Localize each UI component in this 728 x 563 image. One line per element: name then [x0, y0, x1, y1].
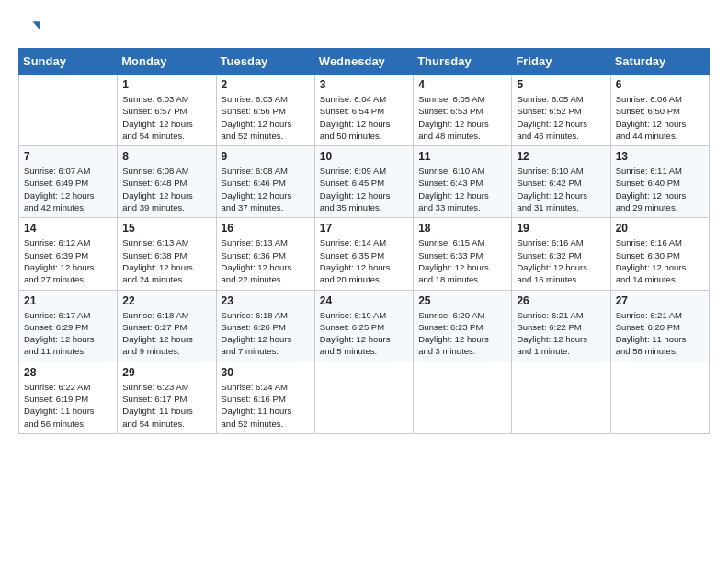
day-header-sunday: Sunday	[19, 49, 118, 75]
day-header-tuesday: Tuesday	[216, 49, 314, 75]
day-number: 30	[222, 366, 310, 379]
day-number: 3	[320, 78, 408, 91]
logo-icon	[18, 17, 40, 39]
day-number: 24	[320, 294, 408, 307]
day-number: 22	[122, 294, 210, 307]
page: SundayMondayTuesdayWednesdayThursdayFrid…	[0, 0, 728, 563]
calendar-cell: 4Sunrise: 6:05 AMSunset: 6:53 PMDaylight…	[414, 75, 512, 146]
day-number: 27	[616, 294, 704, 307]
calendar-cell	[512, 362, 610, 433]
calendar-cell	[610, 362, 709, 433]
day-info: Sunrise: 6:12 AMSunset: 6:39 PMDaylight:…	[24, 236, 112, 285]
day-number: 1	[122, 78, 210, 91]
day-info: Sunrise: 6:21 AMSunset: 6:22 PMDaylight:…	[517, 309, 605, 358]
calendar-cell: 27Sunrise: 6:21 AMSunset: 6:20 PMDayligh…	[610, 290, 709, 362]
day-info: Sunrise: 6:17 AMSunset: 6:29 PMDaylight:…	[24, 309, 112, 358]
day-number: 12	[517, 150, 605, 163]
calendar-table: SundayMondayTuesdayWednesdayThursdayFrid…	[18, 48, 710, 434]
day-info: Sunrise: 6:13 AMSunset: 6:36 PMDaylight:…	[222, 236, 310, 285]
day-info: Sunrise: 6:18 AMSunset: 6:26 PMDaylight:…	[222, 309, 310, 358]
day-number: 4	[418, 78, 506, 91]
day-number: 21	[24, 294, 112, 307]
calendar-cell: 14Sunrise: 6:12 AMSunset: 6:39 PMDayligh…	[19, 218, 118, 290]
week-row-3: 14Sunrise: 6:12 AMSunset: 6:39 PMDayligh…	[19, 218, 710, 290]
day-number: 29	[122, 366, 210, 379]
week-row-4: 21Sunrise: 6:17 AMSunset: 6:29 PMDayligh…	[19, 290, 710, 362]
day-header-saturday: Saturday	[610, 49, 709, 75]
calendar-cell	[19, 75, 118, 146]
week-row-1: 1Sunrise: 6:03 AMSunset: 6:57 PMDaylight…	[19, 75, 710, 146]
day-number: 19	[517, 222, 605, 235]
day-number: 28	[24, 366, 112, 379]
calendar-cell: 30Sunrise: 6:24 AMSunset: 6:16 PMDayligh…	[216, 362, 314, 433]
calendar-cell: 5Sunrise: 6:05 AMSunset: 6:52 PMDaylight…	[512, 75, 610, 146]
calendar-cell: 18Sunrise: 6:15 AMSunset: 6:33 PMDayligh…	[414, 218, 512, 290]
calendar-cell: 10Sunrise: 6:09 AMSunset: 6:45 PMDayligh…	[314, 146, 413, 218]
day-info: Sunrise: 6:16 AMSunset: 6:32 PMDaylight:…	[517, 236, 605, 285]
calendar-cell: 29Sunrise: 6:23 AMSunset: 6:17 PMDayligh…	[118, 362, 216, 433]
calendar-cell: 22Sunrise: 6:18 AMSunset: 6:27 PMDayligh…	[118, 290, 216, 362]
day-info: Sunrise: 6:23 AMSunset: 6:17 PMDaylight:…	[122, 381, 210, 430]
calendar-cell: 15Sunrise: 6:13 AMSunset: 6:38 PMDayligh…	[118, 218, 216, 290]
calendar-cell: 13Sunrise: 6:11 AMSunset: 6:40 PMDayligh…	[610, 146, 709, 218]
header	[18, 17, 710, 39]
calendar-cell: 12Sunrise: 6:10 AMSunset: 6:42 PMDayligh…	[512, 146, 610, 218]
day-info: Sunrise: 6:24 AMSunset: 6:16 PMDaylight:…	[222, 381, 310, 430]
calendar-cell: 19Sunrise: 6:16 AMSunset: 6:32 PMDayligh…	[512, 218, 610, 290]
week-row-2: 7Sunrise: 6:07 AMSunset: 6:49 PMDaylight…	[19, 146, 710, 218]
day-info: Sunrise: 6:19 AMSunset: 6:25 PMDaylight:…	[320, 309, 408, 358]
day-info: Sunrise: 6:22 AMSunset: 6:19 PMDaylight:…	[24, 381, 112, 430]
day-number: 11	[418, 150, 506, 163]
day-info: Sunrise: 6:03 AMSunset: 6:57 PMDaylight:…	[122, 93, 210, 142]
day-info: Sunrise: 6:09 AMSunset: 6:45 PMDaylight:…	[320, 165, 408, 213]
day-info: Sunrise: 6:11 AMSunset: 6:40 PMDaylight:…	[616, 165, 704, 213]
calendar-cell: 2Sunrise: 6:03 AMSunset: 6:56 PMDaylight…	[216, 75, 314, 146]
header-row: SundayMondayTuesdayWednesdayThursdayFrid…	[19, 49, 710, 75]
day-info: Sunrise: 6:03 AMSunset: 6:56 PMDaylight:…	[222, 93, 310, 142]
day-number: 17	[320, 222, 408, 235]
day-info: Sunrise: 6:14 AMSunset: 6:35 PMDaylight:…	[320, 236, 408, 285]
day-number: 13	[616, 150, 704, 163]
day-number: 5	[517, 78, 605, 91]
day-info: Sunrise: 6:08 AMSunset: 6:48 PMDaylight:…	[122, 165, 210, 213]
day-info: Sunrise: 6:08 AMSunset: 6:46 PMDaylight:…	[222, 165, 310, 213]
calendar-cell: 6Sunrise: 6:06 AMSunset: 6:50 PMDaylight…	[610, 75, 709, 146]
calendar-cell: 28Sunrise: 6:22 AMSunset: 6:19 PMDayligh…	[19, 362, 118, 433]
week-row-5: 28Sunrise: 6:22 AMSunset: 6:19 PMDayligh…	[19, 362, 710, 433]
day-info: Sunrise: 6:05 AMSunset: 6:52 PMDaylight:…	[517, 93, 605, 142]
day-header-thursday: Thursday	[414, 49, 512, 75]
calendar-cell: 9Sunrise: 6:08 AMSunset: 6:46 PMDaylight…	[216, 146, 314, 218]
day-number: 7	[24, 150, 112, 163]
day-number: 14	[24, 222, 112, 235]
day-info: Sunrise: 6:18 AMSunset: 6:27 PMDaylight:…	[122, 309, 210, 358]
day-info: Sunrise: 6:05 AMSunset: 6:53 PMDaylight:…	[418, 93, 506, 142]
day-number: 8	[122, 150, 210, 163]
day-info: Sunrise: 6:06 AMSunset: 6:50 PMDaylight:…	[616, 93, 704, 142]
day-info: Sunrise: 6:21 AMSunset: 6:20 PMDaylight:…	[616, 309, 704, 358]
day-info: Sunrise: 6:10 AMSunset: 6:42 PMDaylight:…	[517, 165, 605, 213]
day-info: Sunrise: 6:04 AMSunset: 6:54 PMDaylight:…	[320, 93, 408, 142]
calendar-cell	[414, 362, 512, 433]
day-number: 26	[517, 294, 605, 307]
day-header-wednesday: Wednesday	[314, 49, 413, 75]
svg-marker-0	[32, 21, 40, 30]
day-number: 6	[616, 78, 704, 91]
day-info: Sunrise: 6:10 AMSunset: 6:43 PMDaylight:…	[418, 165, 506, 213]
logo	[18, 17, 44, 39]
day-number: 20	[616, 222, 704, 235]
calendar-cell: 11Sunrise: 6:10 AMSunset: 6:43 PMDayligh…	[414, 146, 512, 218]
day-number: 2	[222, 78, 310, 91]
day-info: Sunrise: 6:13 AMSunset: 6:38 PMDaylight:…	[122, 236, 210, 285]
day-number: 18	[418, 222, 506, 235]
calendar-cell: 16Sunrise: 6:13 AMSunset: 6:36 PMDayligh…	[216, 218, 314, 290]
day-info: Sunrise: 6:20 AMSunset: 6:23 PMDaylight:…	[418, 309, 506, 358]
day-number: 10	[320, 150, 408, 163]
calendar-cell: 3Sunrise: 6:04 AMSunset: 6:54 PMDaylight…	[314, 75, 413, 146]
calendar-cell: 8Sunrise: 6:08 AMSunset: 6:48 PMDaylight…	[118, 146, 216, 218]
day-number: 25	[418, 294, 506, 307]
day-header-monday: Monday	[118, 49, 216, 75]
day-info: Sunrise: 6:15 AMSunset: 6:33 PMDaylight:…	[418, 236, 506, 285]
day-number: 9	[222, 150, 310, 163]
day-header-friday: Friday	[512, 49, 610, 75]
day-info: Sunrise: 6:07 AMSunset: 6:49 PMDaylight:…	[24, 165, 112, 213]
